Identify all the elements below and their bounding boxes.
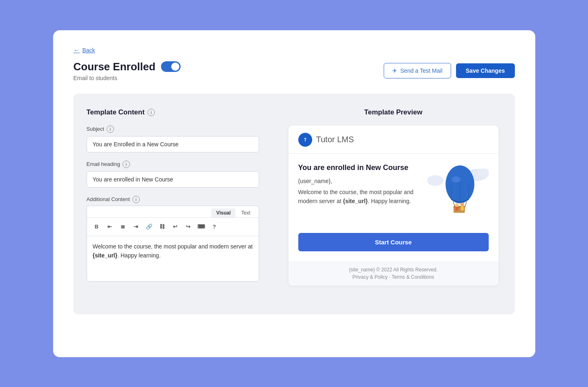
svg-rect-17	[461, 206, 463, 210]
tab-text[interactable]: Text	[236, 208, 255, 217]
page-subtitle: Email to students	[74, 75, 181, 81]
email-preview-header: T Tutor LMS	[288, 125, 499, 154]
svg-point-4	[427, 175, 444, 186]
terms-conditions-link[interactable]: Terms & Conditions	[391, 274, 434, 280]
editor-body-text: Welcome to the course, the most popular …	[93, 243, 253, 250]
align-right-button[interactable]: ⇥	[130, 221, 142, 233]
template-preview-panel: Template Preview T Tutor LMS	[272, 94, 515, 314]
start-course-button[interactable]: Start Course	[298, 233, 489, 251]
subject-label: Subject i	[87, 125, 259, 133]
back-label: Back	[83, 47, 95, 54]
email-heading-label: Email heading i	[87, 161, 259, 168]
subject-input[interactable]	[87, 136, 259, 152]
editor-tabs: Visual Text	[87, 206, 259, 217]
tutor-logo-icon: T	[298, 133, 312, 147]
save-changes-button[interactable]: Save Changes	[456, 63, 515, 78]
additional-content-label: Additional Content i	[87, 196, 259, 203]
privacy-policy-link[interactable]: Privacy & Policy	[353, 274, 388, 280]
email-footer: {site_name} © 2022 All Rights Reserved. …	[288, 261, 499, 286]
subject-info-icon[interactable]: i	[107, 125, 114, 133]
template-content-panel: Template Content i Subject i Email headi…	[74, 94, 272, 314]
editor-body[interactable]: Welcome to the course, the most popular …	[87, 236, 259, 281]
header-actions: ✈ Send a Test Mail Save Changes	[384, 63, 515, 78]
email-heading-info-icon[interactable]: i	[123, 161, 130, 168]
tutor-logo-text: Tutor LMS	[316, 135, 354, 144]
link-button[interactable]: 🔗	[143, 221, 155, 233]
svg-text:T: T	[304, 138, 306, 142]
back-arrow-icon: ←	[74, 47, 80, 54]
editor-wrapper: Visual Text B ⇤ ≣ ⇥ 🔗 ⛓ ↩ ↪ ⌨ ? Welcome …	[87, 206, 259, 282]
svg-line-11	[465, 201, 467, 207]
back-link[interactable]: ← Back	[74, 47, 95, 54]
page-header-left: Course Enrolled Email to students	[74, 60, 181, 81]
email-footer-links: Privacy & Policy · Terms & Conditions	[298, 274, 489, 280]
svg-point-14	[455, 203, 458, 207]
unlink-button[interactable]: ⛓	[157, 221, 168, 233]
align-center-button[interactable]: ≣	[117, 221, 129, 233]
content-area: Template Content i Subject i Email headi…	[74, 94, 515, 314]
email-footer-copy: {site_name} © 2022 All Rights Reserved.	[298, 267, 489, 273]
email-heading-input[interactable]	[87, 171, 259, 188]
balloon-illustration	[427, 163, 489, 218]
svg-point-15	[460, 202, 464, 206]
bold-button[interactable]: B	[91, 221, 103, 233]
svg-point-9	[452, 176, 461, 182]
template-content-info-icon[interactable]: i	[148, 109, 155, 116]
email-body-text-container: You are enrolled in New Course {user_nam…	[298, 163, 421, 206]
page-title: Course Enrolled	[74, 60, 156, 73]
start-course-label: Start Course	[375, 239, 411, 246]
additional-content-info-icon[interactable]: i	[132, 196, 140, 203]
course-enrolled-toggle[interactable]	[161, 61, 181, 72]
main-card: ← Back Course Enrolled Email to students…	[53, 30, 535, 357]
undo-button[interactable]: ↩	[170, 221, 181, 233]
editor-body-suffix: . Happy learning.	[117, 252, 161, 259]
email-body-content: Welcome to the course, the most popular …	[298, 188, 421, 206]
page-title-row: Course Enrolled	[74, 60, 181, 73]
template-content-title: Template Content i	[87, 108, 259, 116]
email-preview: T Tutor LMS You are enrolled in New Cour…	[288, 125, 499, 286]
help-button[interactable]: ?	[209, 221, 220, 233]
editor-toolbar: B ⇤ ≣ ⇥ 🔗 ⛓ ↩ ↪ ⌨ ?	[87, 217, 259, 236]
save-label: Save Changes	[466, 67, 505, 74]
send-test-mail-button[interactable]: ✈ Send a Test Mail	[384, 63, 451, 78]
page-header: Course Enrolled Email to students ✈ Send…	[74, 60, 515, 81]
keyboard-button[interactable]: ⌨	[196, 221, 207, 233]
align-left-button[interactable]: ⇤	[104, 221, 116, 233]
editor-body-bold: {site_url}	[93, 252, 118, 259]
send-icon: ✈	[392, 67, 397, 74]
email-heading: You are enrolled in New Course	[298, 163, 421, 172]
redo-button[interactable]: ↪	[183, 221, 194, 233]
email-user-line: {user_name},	[298, 178, 421, 184]
body-bold: {site_url}	[343, 198, 368, 204]
preview-title: Template Preview	[288, 108, 499, 116]
test-mail-label: Send a Test Mail	[400, 67, 443, 74]
svg-rect-16	[455, 206, 458, 210]
email-body: You are enrolled in New Course {user_nam…	[288, 154, 499, 226]
body-suffix: . Happy learning.	[368, 198, 411, 204]
tab-visual[interactable]: Visual	[211, 208, 235, 217]
